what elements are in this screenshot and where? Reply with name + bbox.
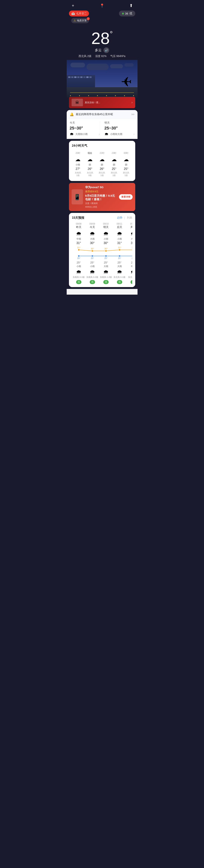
- hour-cloud-icon: ☁: [97, 156, 107, 162]
- fc-lo-temp: 25°: [73, 261, 85, 264]
- fc-aqi-badge: 优: [90, 280, 95, 284]
- forecast-col-hi: 09/11 后天 🌧 小雨 31°: [113, 222, 126, 246]
- wind-info: 西北风 2级: [79, 55, 91, 58]
- hourly-title: 24小时天气: [72, 144, 132, 148]
- aqi-badge[interactable]: 36 优: [119, 10, 135, 17]
- fc-hi-weather: 中雨: [73, 238, 85, 241]
- disaster-badge[interactable]: ⚠ 地质灾害 2: [71, 18, 89, 23]
- today-tomorrow-section: 今天 25~30° 🌧 大雨转小雨 › 明天 25~30° 🌧 小雨转大雨 ›: [67, 119, 138, 139]
- forecast-tab-趋势[interactable]: 趋势: [117, 216, 122, 219]
- forecast-scroll[interactable]: 09/08 昨天 🌧 中雨 31° 09/09 今天 🌧 大雨 30° 09/1…: [72, 222, 132, 284]
- hi-temp-dot: [78, 249, 80, 250]
- fc-day: 今天: [86, 225, 98, 229]
- fc-wind-info: 东南风 0-2级: [86, 276, 98, 279]
- fc-hi-cloud-icon: 🌧: [127, 230, 132, 237]
- forecast-title: 15天预报: [72, 216, 84, 220]
- warning-icon: ⚠: [74, 19, 76, 22]
- hour-temp-value: 27°: [73, 167, 83, 170]
- fc-lo-cloud-icon: 🌧: [127, 269, 132, 275]
- weather-details: 西北风 2级 湿度 82% 气压 984hPa: [70, 55, 135, 58]
- fc-aqi-badge: 优: [130, 280, 132, 284]
- fc-aqi-badge: 优: [117, 280, 122, 284]
- fc-date: 09/10: [100, 222, 112, 225]
- fc-hi-weather: 小雨: [100, 238, 112, 241]
- fc-hi-temp: 30°: [86, 241, 98, 245]
- share-icon: ⬆: [129, 3, 133, 8]
- fc-lo-cloud-icon: 🌧: [73, 269, 85, 275]
- add-button[interactable]: +: [70, 2, 77, 9]
- fc-date: 09/11: [114, 222, 126, 225]
- rain-alert[interactable]: 🔔 最近的降雨带在东南45公里外呢 >>: [67, 110, 138, 119]
- share-button[interactable]: ⬆: [128, 2, 135, 9]
- fc-hi-temp: 30°: [100, 241, 112, 245]
- fc-lo-weather: 小雨: [73, 265, 85, 268]
- lo-temp-dot: [92, 255, 93, 257]
- ad2-note: 注意！限漳州: [85, 202, 117, 205]
- hero-section: 28° 多云 🔊 西北风 2级 湿度 82% 气压 984hPa: [67, 26, 138, 58]
- tomorrow-cloud-icon: 🌧: [105, 132, 109, 137]
- hour-label: 22时: [97, 152, 107, 155]
- hour-wind-info: 东南风1级: [73, 172, 83, 177]
- forecast-section: 15天预报 趋势|列表 09/08 昨天 🌧 中雨 31° 09/09 今天 🌧…: [69, 213, 135, 287]
- rain-alert-text: 最近的降雨带在东南45公里外呢: [76, 113, 129, 116]
- forecast-tab-列表[interactable]: 列表: [127, 216, 132, 219]
- header-badges: 📅 七月廿二 36 优: [67, 10, 138, 18]
- ad2-price-note: 推荐价9.9元: [85, 190, 117, 193]
- ad-banner-2[interactable]: 📱 华为nova7 5G 推荐价9.9元 9月9日逆天特惠！9.9元包邮！速领！…: [69, 183, 135, 211]
- hour-temp-value: 26°: [97, 167, 107, 170]
- hour-temp-value: 25°: [121, 167, 132, 170]
- add-icon: +: [72, 3, 74, 8]
- hour-item: 00时 ☁ 阴 25° 西北风1级: [120, 150, 132, 178]
- fc-lo-weather: 大雨: [114, 265, 126, 268]
- hour-weather-text: 阴: [109, 163, 119, 166]
- ad-image: 🏛: [71, 99, 83, 106]
- fc-date: 09/08: [73, 222, 85, 225]
- tomorrow-temp: 25~30°: [105, 126, 135, 131]
- fc-lo-temp: 25°: [86, 261, 98, 264]
- location-button[interactable]: 📍: [98, 2, 106, 9]
- fc-lo-cloud-icon: 🌧: [86, 269, 98, 275]
- fc-lo-temp: 25°: [100, 261, 112, 264]
- fc-wind-info: 东南风 1-2级: [100, 276, 112, 279]
- date-badge[interactable]: 📅 七月廿二: [69, 10, 89, 17]
- fc-wind-info: 东南风 0-1级: [73, 276, 85, 279]
- hi-temp-label: 30°: [104, 247, 108, 250]
- aqi-value: 36: [125, 12, 128, 15]
- hi-temp-label: 31°: [118, 246, 121, 249]
- ad2-brand: 华为nova7 5G: [85, 186, 117, 189]
- hour-weather-text: 阴: [121, 163, 132, 166]
- fc-day: 后天: [114, 225, 126, 229]
- ad2-cta-button[interactable]: 查看详情: [119, 194, 133, 200]
- hi-temp-dot: [105, 250, 107, 252]
- lo-temp-dot: [105, 255, 107, 257]
- hi-temp-dot: [92, 250, 93, 252]
- ad2-phone-image: 📱: [71, 189, 83, 205]
- forecast-col-lo: 25° 中雨 🌧 东北风 1级 优: [126, 260, 132, 284]
- aqi-level: 优: [129, 12, 132, 15]
- today-weather-row[interactable]: 🌧 大雨转小雨 ›: [70, 132, 100, 137]
- tomorrow-weather-row[interactable]: 🌧 小雨转大雨 ›: [105, 132, 135, 137]
- bell-icon: 🔔: [70, 112, 74, 117]
- today-weather-text: 大雨转小雨: [76, 132, 97, 136]
- ad-banner-1[interactable]: 🏛 真实活动！星... ›: [69, 97, 135, 108]
- lo-temp-dot: [78, 255, 80, 257]
- hour-wind-info: 西北风1级: [121, 172, 132, 177]
- fc-lo-temp: 25°: [127, 261, 132, 264]
- notification-count: 2: [87, 17, 90, 20]
- pressure-info: 气压 984hPa: [110, 55, 125, 58]
- hi-temp-label: 31°: [132, 246, 132, 249]
- hour-label: 现在: [85, 152, 95, 155]
- fc-wind-info: 东北风 1级: [127, 276, 132, 279]
- disaster-label: 地质灾害: [77, 19, 87, 22]
- weather-condition: 多云: [95, 48, 101, 53]
- forecast-tab-divider: |: [124, 216, 125, 219]
- forecast-col-lo: 25° 小雨 🌧 东南风 0-1级 优: [72, 260, 86, 284]
- hour-label: 00时: [121, 152, 132, 155]
- fc-date: 09/12: [127, 222, 132, 225]
- forecast-col-hi: 09/12 周六 🌧 大雨 31°: [126, 222, 132, 246]
- fc-hi-weather: 大雨: [127, 238, 132, 241]
- hour-item: 22时 ☁ 阴 26° 西北风1级: [96, 150, 108, 178]
- sound-button[interactable]: 🔊: [104, 48, 109, 53]
- top-nav: + 📍 ⬆: [67, 0, 138, 10]
- disaster-area: ⚠ 地质灾害 2: [67, 18, 93, 26]
